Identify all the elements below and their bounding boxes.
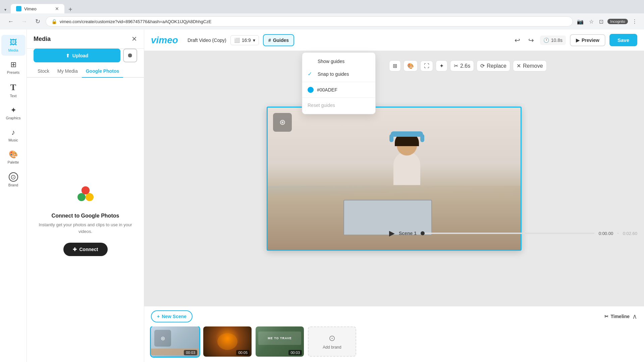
- add-brand-label: Add brand: [323, 345, 341, 350]
- connect-label: Connect: [79, 247, 98, 252]
- undo-btn[interactable]: ↩: [513, 34, 522, 46]
- canvas-remove-btn[interactable]: ✕ Remove: [513, 60, 547, 71]
- guides-btn[interactable]: # Guides: [263, 34, 294, 46]
- sidebar-item-media[interactable]: 🖼 Media: [1, 35, 25, 56]
- show-guides-item[interactable]: Show guides: [302, 55, 375, 67]
- canvas-magic-btn[interactable]: ✦: [436, 60, 447, 71]
- scene-label: Scene 1: [399, 231, 417, 236]
- browser-nav: ← → ↻ 🔒 vimeo.com/create/customize?vid=8…: [0, 13, 644, 29]
- tab-close-btn[interactable]: ✕: [55, 6, 59, 11]
- snap-to-guides-item[interactable]: ✓ Snap to guides: [302, 67, 375, 80]
- canvas-replace-btn[interactable]: ⟳ Replace: [477, 60, 510, 71]
- sidebar-item-palette[interactable]: 🎨 Palette: [1, 147, 25, 168]
- palette-icon: 🎨: [9, 150, 18, 159]
- icon-sidebar: 🖼 Media ⊞ Presets T Text ✦ Graphics ♪ Mu…: [0, 29, 27, 362]
- nav-star-btn[interactable]: ☆: [588, 17, 595, 26]
- canvas-area: ⊞ 🎨 ⛶ ✦ ✂ 2.6s ⟳ Replace ✕ Remove: [144, 51, 644, 306]
- scene-2-time: 00:05: [236, 350, 250, 355]
- save-btn[interactable]: Save: [609, 34, 637, 46]
- music-icon: ♪: [11, 128, 15, 137]
- connect-btn[interactable]: ✚ Connect: [63, 243, 108, 256]
- new-tab-btn[interactable]: +: [64, 6, 76, 13]
- brand-icon: ⊙: [9, 172, 18, 182]
- sidebar-label-text: Text: [10, 94, 16, 98]
- svg-point-1: [86, 193, 94, 201]
- playback-controls: ▶ Scene 1 0:00.00 · 0:02.60: [389, 226, 637, 240]
- camera-record-btn[interactable]: ⏺: [123, 49, 137, 62]
- ratio-label: 16:9: [242, 38, 251, 43]
- timeline-header: + New Scene ✂ Timeline ∧: [144, 306, 644, 326]
- guide-color-hex: #00ADEF: [317, 87, 337, 93]
- text-icon: T: [10, 82, 16, 93]
- progress-bar[interactable]: [421, 233, 595, 234]
- scissors-timeline-icon: ✂: [604, 314, 608, 319]
- reset-guides-btn[interactable]: Reset guides: [302, 99, 375, 111]
- upload-icon: ⬆: [66, 53, 70, 58]
- tab-google-photos[interactable]: Google Photos: [82, 65, 123, 78]
- play-btn[interactable]: ▶: [389, 229, 395, 238]
- media-icon: 🖼: [10, 38, 17, 47]
- scissors-icon: ✂: [454, 63, 458, 69]
- preview-play-icon: ▶: [576, 38, 580, 43]
- sidebar-label-brand: Brand: [8, 183, 18, 187]
- nav-sidebar-btn[interactable]: ⊡: [598, 17, 605, 26]
- scene-placeholder-icon: ⊛: [273, 113, 292, 132]
- nav-back-btn[interactable]: ←: [5, 16, 16, 27]
- panel-header: Media ✕: [27, 29, 144, 49]
- new-scene-btn[interactable]: + New Scene: [151, 310, 193, 322]
- sidebar-item-graphics[interactable]: ✦ Graphics: [1, 103, 25, 123]
- svg-point-2: [77, 193, 86, 201]
- scene-3-time: 00:03: [288, 350, 302, 355]
- timeline-collapse-btn[interactable]: ∧: [632, 312, 637, 320]
- browser-chrome: ▾ Vimeo ✕ + ← → ↻ 🔒 vimeo.com/create/cus…: [0, 0, 644, 29]
- sidebar-item-music[interactable]: ♪ Music: [1, 125, 25, 145]
- preview-btn[interactable]: ▶ Preview: [570, 34, 605, 46]
- nav-camera-btn[interactable]: 📷: [576, 17, 585, 26]
- add-brand-tile[interactable]: ⊙ Add brand: [308, 326, 356, 357]
- scene-thumb-1[interactable]: ⊛ 00:03: [151, 326, 199, 357]
- canvas-fullscreen-btn[interactable]: ⛶: [420, 61, 433, 71]
- nav-right: 📷 ☆ ⊡ Incognito ⋮: [576, 17, 639, 26]
- timeline-btn[interactable]: ✂ Timeline: [604, 314, 630, 319]
- tab-stock[interactable]: Stock: [34, 65, 53, 78]
- save-label: Save: [618, 37, 629, 43]
- snap-check-icon: ✓: [308, 71, 314, 77]
- timeline-right: ✂ Timeline ∧: [604, 312, 637, 320]
- draft-selector[interactable]: Draft Video (Copy): [187, 38, 226, 43]
- duration-display: 🕐 10.8s: [540, 36, 566, 45]
- address-bar[interactable]: 🔒 vimeo.com/create/customize?vid=8967457…: [46, 16, 573, 26]
- nav-menu-btn[interactable]: ⋮: [631, 17, 639, 26]
- tab-my-media[interactable]: My Media: [53, 65, 82, 78]
- timeline-label: Timeline: [610, 314, 630, 319]
- ratio-icon: ⬜: [234, 38, 240, 43]
- vimeo-logo: vimeo: [151, 35, 178, 46]
- nav-refresh-btn[interactable]: ↻: [32, 16, 43, 27]
- guides-dropdown: Show guides ✓ Snap to guides #00ADEF Res…: [302, 52, 376, 114]
- upload-btn[interactable]: ⬆ Upload: [34, 49, 120, 62]
- progress-dot: [421, 231, 425, 235]
- canvas-color-btn[interactable]: 🎨: [404, 60, 418, 71]
- panel-close-btn[interactable]: ✕: [131, 35, 137, 43]
- canvas-tools-bar: ⊞ 🎨 ⛶ ✦ ✂ 2.6s ⟳ Replace ✕ Remove: [389, 60, 547, 71]
- sidebar-item-presets[interactable]: ⊞ Presets: [1, 57, 25, 78]
- tab-back-btn[interactable]: ▾: [3, 6, 8, 13]
- guide-color-item[interactable]: #00ADEF: [302, 83, 375, 96]
- scene-thumb-3[interactable]: ME TO TRAVE 00:03: [256, 326, 304, 357]
- current-time: 0:00.00: [599, 231, 613, 236]
- incognito-badge: Incognito: [607, 19, 628, 24]
- preview-label: Preview: [582, 38, 599, 43]
- guide-color-dot: [308, 87, 314, 93]
- tab-favicon: [16, 6, 21, 11]
- scene-thumb-2[interactable]: 00:05: [203, 326, 252, 357]
- dropdown-divider-2: [302, 98, 375, 98]
- redo-btn[interactable]: ↪: [526, 34, 536, 46]
- guides-hash-icon: #: [268, 38, 271, 43]
- sidebar-item-brand[interactable]: ⊙ Brand: [1, 169, 25, 190]
- nav-forward-btn[interactable]: →: [19, 16, 30, 27]
- ratio-selector[interactable]: ⬜ 16:9 ▾: [230, 35, 259, 45]
- canvas-grid-btn[interactable]: ⊞: [389, 60, 401, 71]
- panel-title: Media: [34, 36, 51, 43]
- canvas-duration-display: ✂ 2.6s: [450, 60, 474, 71]
- sidebar-item-text[interactable]: T Text: [1, 79, 25, 101]
- browser-tab-active[interactable]: Vimeo ✕: [11, 4, 64, 13]
